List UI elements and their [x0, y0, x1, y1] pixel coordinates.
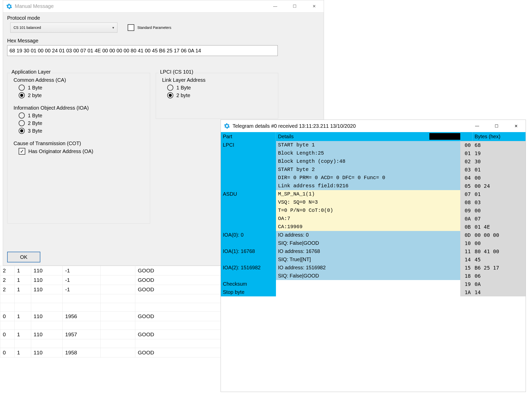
part-cell[interactable] — [221, 174, 276, 182]
column-header-details[interactable]: Details — [276, 132, 460, 141]
details-cell[interactable]: CA:19969 — [276, 223, 460, 231]
details-cell[interactable]: START byte 1 — [276, 141, 460, 149]
details-cell[interactable]: START byte 2 — [276, 166, 460, 174]
details-cell[interactable]: T=0 P/N=0 CoT:0(0) — [276, 206, 460, 215]
details-cell[interactable]: Block Length (copy):48 — [276, 157, 460, 166]
gear-icon — [223, 122, 231, 130]
hex-cell: 06 — [473, 272, 526, 280]
details-cell[interactable]: Link address field:9216 — [276, 182, 460, 190]
table-row[interactable]: 21110-1GOOD — [0, 285, 222, 294]
details-cell[interactable]: VSQ: SQ=0 N=3 — [276, 198, 460, 206]
part-cell[interactable]: LPCI — [221, 141, 276, 149]
table-row[interactable] — [0, 339, 222, 348]
cell: GOOD — [135, 348, 222, 357]
lla-label: Link Layer Address — [162, 77, 273, 83]
table-row[interactable] — [0, 294, 222, 303]
column-header-part[interactable]: Part — [221, 132, 276, 141]
part-cell[interactable] — [221, 215, 276, 223]
index-cell: 02 — [460, 157, 473, 166]
close-button[interactable]: ✕ — [506, 120, 526, 132]
part-cell[interactable] — [221, 272, 276, 280]
protocol-mode-label: Protocol mode — [7, 15, 320, 21]
details-cell[interactable]: SIQ: False|GOOD — [276, 239, 460, 247]
part-cell[interactable]: Stop byte — [221, 288, 276, 296]
part-cell[interactable] — [221, 157, 276, 166]
cell: -1 — [63, 275, 100, 285]
ca-option[interactable]: 1 Byte — [19, 85, 145, 91]
maximize-button[interactable]: ☐ — [487, 120, 506, 132]
table-row[interactable] — [0, 303, 222, 312]
part-cell[interactable]: IOA(2): 1516982 — [221, 264, 276, 272]
part-cell[interactable] — [221, 256, 276, 264]
part-cell[interactable]: IOA(1): 16768 — [221, 247, 276, 256]
details-cell[interactable]: DIR= 0 PRM= 0 ACD= 0 DFC= 0 Func= 0 — [276, 174, 460, 182]
ca-option-label: 2 byte — [28, 92, 42, 98]
application-layer-group: Application Layer Common Address (CA) 1 … — [7, 73, 150, 224]
maximize-button[interactable]: ☐ — [285, 0, 304, 13]
close-button[interactable]: ✕ — [304, 0, 324, 13]
part-cell[interactable] — [221, 223, 276, 231]
details-cell[interactable] — [276, 280, 460, 288]
table-row[interactable]: 011101956GOOD — [0, 312, 222, 321]
protocol-mode-combo[interactable]: CS 101 balanced ▾ — [10, 22, 117, 33]
hex-cell: 01 4E — [473, 223, 526, 231]
details-cell[interactable] — [276, 288, 460, 296]
ok-button[interactable]: OK — [7, 252, 40, 262]
part-cell[interactable] — [221, 149, 276, 157]
cell: 1 — [14, 285, 31, 294]
index-cell: 19 — [460, 280, 473, 288]
titlebar[interactable]: Manual Message — ☐ ✕ — [3, 0, 324, 13]
hex-cell: 01 — [473, 166, 526, 174]
details-cell[interactable]: IO address: 16768 — [276, 247, 460, 256]
ioa-option[interactable]: 3 Byte — [19, 128, 145, 134]
details-cell[interactable]: IO address: 1516982 — [276, 264, 460, 272]
details-cell[interactable]: IO address: 0 — [276, 231, 460, 239]
table-row[interactable] — [0, 321, 222, 330]
part-cell[interactable] — [221, 206, 276, 215]
cell — [63, 294, 100, 303]
details-cell[interactable]: SIQ: False|GOOD — [276, 272, 460, 280]
table-row[interactable]: 011101957GOOD — [0, 330, 222, 339]
details-cell[interactable]: Block Length:25 — [276, 149, 460, 157]
part-cell[interactable] — [221, 182, 276, 190]
telegram-details-grid[interactable]: Part Details Bytes (hex) LPCISTART byte … — [221, 132, 526, 392]
details-cell[interactable]: M_SP_NA_1(1) — [276, 190, 460, 198]
index-cell: 01 — [460, 149, 473, 157]
index-cell: 14 — [460, 256, 473, 264]
lla-option[interactable]: 2 byte — [167, 92, 273, 98]
part-cell[interactable]: ASDU — [221, 190, 276, 198]
cell: 1 — [14, 330, 31, 339]
ioa-option-label: 2 Byte — [28, 120, 42, 126]
background-data-table[interactable]: 21110-1GOOD21110-1GOOD21110-1GOOD0111019… — [0, 266, 222, 357]
part-cell[interactable]: Checksum — [221, 280, 276, 288]
ioa-option[interactable]: 1 Byte — [19, 112, 145, 119]
minimize-button[interactable]: — — [467, 120, 487, 132]
table-row[interactable]: 21110-1GOOD — [0, 275, 222, 285]
part-cell[interactable]: IOA(0): 0 — [221, 231, 276, 239]
cell: 110 — [31, 275, 63, 285]
lla-option[interactable]: 1 Byte — [167, 85, 273, 91]
hex-cell: 45 — [473, 256, 526, 264]
titlebar[interactable]: Telegram details #0 received 13:11:23.21… — [221, 120, 526, 132]
part-cell[interactable] — [221, 166, 276, 174]
cell: 1957 — [63, 330, 100, 339]
details-cell[interactable]: OA:7 — [276, 215, 460, 223]
column-header-bytes[interactable]: Bytes (hex) — [473, 132, 526, 141]
cell: GOOD — [135, 285, 222, 294]
minimize-button[interactable]: — — [265, 0, 285, 13]
cell — [100, 294, 135, 303]
table-row[interactable]: 011101958GOOD — [0, 348, 222, 357]
part-cell[interactable] — [221, 239, 276, 247]
cell — [100, 339, 135, 348]
has-oa-checkbox[interactable]: Has Originator Address (OA) — [19, 148, 93, 155]
table-row[interactable]: 21110-1GOOD — [0, 266, 222, 275]
part-cell[interactable] — [221, 198, 276, 206]
hex-message-input[interactable]: 68 19 30 01 00 00 24 01 03 00 07 01 4E 0… — [7, 45, 278, 56]
column-header-idx[interactable] — [460, 132, 473, 141]
standard-parameters-checkbox[interactable]: Standard Parameters — [128, 24, 171, 31]
ioa-option[interactable]: 2 Byte — [19, 120, 145, 126]
ca-option[interactable]: 2 byte — [19, 92, 145, 98]
cot-label: Cause of Transmission (COT) — [14, 141, 145, 146]
hex-cell: 00 — [473, 174, 526, 182]
details-cell[interactable]: SIQ: True|[NT] — [276, 256, 460, 264]
